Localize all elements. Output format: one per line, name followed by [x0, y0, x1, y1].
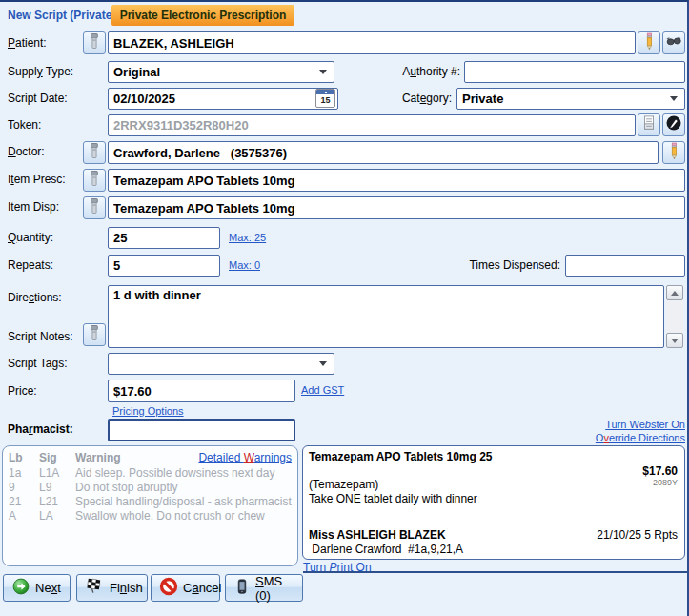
token-document-button[interactable] [638, 113, 660, 136]
sms-button[interactable]: SMS (0) [225, 574, 303, 602]
patient-input[interactable] [108, 31, 636, 54]
scroll-down-button[interactable] [666, 333, 683, 348]
checkered-flag-icon [85, 577, 105, 599]
supply-type-select[interactable]: Original [108, 61, 334, 83]
category-label: Category: [343, 92, 452, 105]
pencil-icon [664, 141, 683, 164]
calendar-icon[interactable]: 15 [315, 89, 335, 108]
cancel-button-label: Cancel [183, 581, 221, 595]
price-input[interactable] [108, 380, 295, 402]
script-tags-select[interactable] [108, 353, 334, 375]
arrow-down-icon [671, 339, 679, 343]
preview-drug-line: Temazepam APO Tablets 10mg 25 [309, 450, 493, 463]
quantity-max-link[interactable]: Max: 25 [229, 232, 266, 243]
warnings-header-sig: Sig [39, 451, 57, 464]
page-title: New Script (Private) [8, 9, 115, 22]
warning-row-lb: A [9, 509, 16, 523]
script-tags-label: Script Tags: [8, 357, 67, 370]
item-disp-input[interactable] [108, 196, 685, 219]
item-presc-input[interactable] [108, 169, 685, 192]
repeats-max-link[interactable]: Max: 0 [229, 259, 260, 271]
warning-row-lb: 1a [9, 466, 21, 480]
preview-drug-code: 2089Y [653, 478, 678, 487]
directions-scrollbar[interactable] [666, 285, 683, 348]
finish-button[interactable]: Finish [76, 574, 148, 602]
doctor-edit-button[interactable] [662, 141, 685, 164]
item-disp-search-button[interactable] [83, 196, 106, 219]
patient-edit-button[interactable] [638, 31, 660, 54]
chevron-down-icon [319, 70, 327, 74]
sms-button-label: SMS (0) [255, 574, 294, 603]
chevron-down-icon [319, 361, 327, 366]
patient-search-button[interactable] [83, 31, 106, 54]
quantity-label: Quantity: [8, 231, 53, 244]
times-dispensed-label: Times Dispensed: [419, 258, 560, 272]
label-preview-panel: Temazepam APO Tablets 10mg 25 $17.60 208… [302, 445, 685, 560]
item-presc-search-button[interactable] [83, 169, 106, 192]
category-value: Private [462, 92, 670, 106]
directions-label: Directions: [8, 291, 62, 304]
pen-circle-icon [664, 113, 683, 136]
prescription-type-badge: Private Electronic Prescription [111, 5, 294, 26]
warning-row-sig: LA [39, 509, 53, 523]
pharmacist-label: Pharmacist: [8, 422, 73, 436]
authority-input[interactable] [464, 61, 685, 83]
phone-icon [233, 577, 251, 599]
next-arrow-icon [11, 577, 30, 599]
preview-doctor-line: Darlene Crawford #1a,9,21,A [309, 543, 463, 556]
torch-icon [85, 323, 104, 346]
divider [303, 571, 689, 573]
token-input[interactable] [108, 114, 636, 136]
script-date-input[interactable] [108, 88, 338, 110]
torch-icon [85, 141, 104, 164]
doctor-input[interactable] [108, 141, 659, 164]
preview-directions: Take ONE tablet daily with dinner [309, 492, 477, 505]
document-icon [639, 113, 659, 136]
detailed-warnings-link[interactable]: Detailed Warnings [198, 451, 292, 464]
pencil-icon [639, 31, 659, 54]
override-directions-link[interactable]: Override Directions [476, 432, 685, 443]
item-disp-label: Item Disp: [8, 200, 59, 214]
quantity-input[interactable] [108, 227, 220, 249]
torch-icon [85, 169, 104, 192]
add-gst-link[interactable]: Add GST [301, 384, 344, 396]
patient-view-button[interactable] [662, 31, 685, 54]
escript-button[interactable] [662, 113, 685, 136]
directions-textarea[interactable]: 1 d with dinner [108, 285, 664, 348]
supply-type-value: Original [113, 65, 319, 79]
doctor-search-button[interactable] [83, 141, 106, 164]
new-script-window: New Script (Private) Private Electronic … [0, 0, 689, 616]
glasses-icon [664, 31, 683, 54]
preview-generic-name: (Temazepam) [309, 478, 378, 491]
repeats-input[interactable] [108, 255, 220, 277]
pricing-options-link[interactable]: Pricing Options [112, 405, 184, 417]
warning-row-text: Special handling/disposal - ask pharmaci… [75, 495, 292, 508]
warnings-header-warning: Warning [75, 451, 121, 464]
torch-icon [85, 196, 104, 219]
next-button[interactable]: Next [3, 574, 71, 602]
doctor-label: Doctor: [8, 145, 45, 158]
script-notes-label: Script Notes: [8, 330, 73, 343]
scroll-up-button[interactable] [666, 285, 683, 300]
turn-webster-link[interactable]: Turn Webster On [476, 419, 685, 430]
price-label: Price: [8, 384, 37, 398]
supply-type-label: Supply Type: [8, 65, 73, 78]
cancel-button[interactable]: Cancel [151, 574, 220, 602]
warning-row-text: Do not stop abruptly [75, 481, 177, 494]
script-date-label: Script Date: [8, 92, 68, 105]
preview-patient-name: Miss ASHLEIGH BLAZEK [309, 528, 446, 542]
repeats-label: Repeats: [8, 258, 53, 272]
warning-row-sig: L21 [39, 495, 58, 508]
warning-row-sig: L9 [39, 481, 51, 494]
authority-label: Authority #: [343, 65, 460, 78]
script-notes-button[interactable] [83, 323, 106, 346]
no-entry-icon [159, 577, 178, 599]
preview-price: $17.60 [642, 464, 678, 478]
times-dispensed-input[interactable] [565, 255, 685, 277]
category-select[interactable]: Private [456, 88, 685, 110]
pharmacist-input[interactable] [108, 419, 295, 441]
warning-row-lb: 21 [9, 495, 21, 508]
warning-row-lb: 9 [9, 481, 15, 494]
chevron-down-icon [670, 96, 678, 101]
calendar-icon-day: 15 [316, 94, 334, 107]
